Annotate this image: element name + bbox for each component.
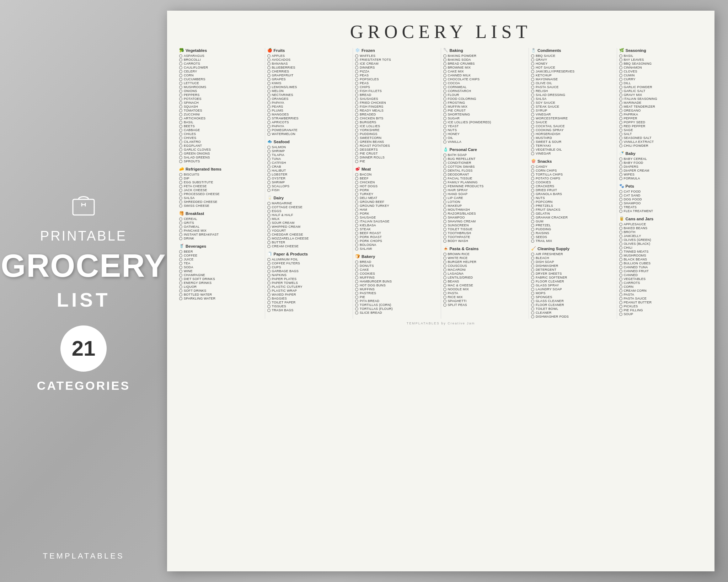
item-checkbox[interactable] <box>619 246 622 249</box>
list-item[interactable]: TOOTHBRUSH <box>443 231 527 235</box>
item-checkbox[interactable] <box>619 161 622 165</box>
item-checkbox[interactable] <box>619 113 622 116</box>
list-item[interactable]: BLACK BEANS <box>619 258 703 261</box>
item-checkbox[interactable] <box>443 200 446 204</box>
list-item[interactable]: COOKIES <box>531 180 615 184</box>
list-item[interactable]: RED PEPPER <box>619 124 703 128</box>
item-checkbox[interactable] <box>355 109 358 112</box>
list-item[interactable]: GLASS SPRAY <box>531 284 615 287</box>
list-item[interactable]: POMEGRANATE <box>267 128 351 132</box>
list-item[interactable]: BABY CEREAL <box>619 157 703 161</box>
list-item[interactable]: RICE MIX <box>443 295 527 299</box>
list-item[interactable]: SPINACH <box>179 101 263 104</box>
list-item[interactable]: LETTUCE <box>179 81 263 85</box>
list-item[interactable]: BEEF <box>355 177 439 180</box>
list-item[interactable]: CUMIN <box>619 74 703 77</box>
list-item[interactable]: KIWIS <box>267 81 351 85</box>
item-checkbox[interactable] <box>355 152 358 155</box>
list-item[interactable]: BLEACH <box>531 256 615 260</box>
list-item[interactable]: PAPER TOWELS <box>267 281 351 285</box>
item-checkbox[interactable] <box>619 262 622 265</box>
list-item[interactable]: COOKIES <box>355 272 439 275</box>
list-item[interactable]: GLASS CLEANER <box>531 299 615 303</box>
item-checkbox[interactable] <box>267 173 271 176</box>
item-checkbox[interactable] <box>531 303 534 307</box>
item-checkbox[interactable] <box>267 54 271 58</box>
item-checkbox[interactable] <box>179 86 182 89</box>
list-item[interactable]: CHERRIES <box>267 70 351 73</box>
list-item[interactable]: OATMEAL <box>179 225 263 228</box>
list-item[interactable]: SHORTENING <box>443 113 527 116</box>
item-checkbox[interactable] <box>531 257 534 260</box>
list-item[interactable]: FLOUR <box>443 93 527 97</box>
item-checkbox[interactable] <box>267 189 271 192</box>
item-checkbox[interactable] <box>267 270 271 273</box>
item-checkbox[interactable] <box>179 225 182 228</box>
item-checkbox[interactable] <box>179 200 182 204</box>
list-item[interactable]: BISCUITS <box>179 173 263 176</box>
item-checkbox[interactable] <box>443 169 446 172</box>
item-checkbox[interactable] <box>267 146 271 149</box>
item-checkbox[interactable] <box>355 173 358 176</box>
list-item[interactable]: CORNSTARCH <box>443 89 527 93</box>
item-checkbox[interactable] <box>355 185 358 188</box>
item-checkbox[interactable] <box>355 78 358 81</box>
item-checkbox[interactable] <box>619 285 622 289</box>
item-checkbox[interactable] <box>355 260 358 264</box>
list-item[interactable]: PUDDINGS <box>355 132 439 136</box>
list-item[interactable]: PORK ROAST <box>355 235 439 239</box>
item-checkbox[interactable] <box>531 220 534 223</box>
list-item[interactable]: DIP <box>179 177 263 180</box>
item-checkbox[interactable] <box>355 288 358 291</box>
list-item[interactable]: SODA <box>179 265 263 269</box>
list-item[interactable]: SHAMPOO <box>619 201 703 205</box>
list-item[interactable]: NECTARINES <box>267 93 351 97</box>
list-item[interactable]: KIELBASA <box>355 223 439 227</box>
list-item[interactable]: BABY FOOD <box>619 161 703 165</box>
item-checkbox[interactable] <box>267 277 271 281</box>
list-item[interactable]: PICKLES <box>619 305 703 308</box>
list-item[interactable]: BEETS <box>179 124 263 128</box>
item-checkbox[interactable] <box>531 78 534 81</box>
item-checkbox[interactable] <box>179 266 182 269</box>
item-checkbox[interactable] <box>443 185 446 188</box>
item-checkbox[interactable] <box>443 133 446 136</box>
item-checkbox[interactable] <box>531 228 534 231</box>
item-checkbox[interactable] <box>531 117 534 120</box>
list-item[interactable]: BROCOLLI <box>179 58 263 61</box>
list-item[interactable]: CONDITIONER <box>443 161 527 165</box>
list-item[interactable]: JUICE <box>179 258 263 261</box>
item-checkbox[interactable] <box>531 165 534 168</box>
list-item[interactable]: ALUMINUM FOIL <box>267 258 351 261</box>
item-checkbox[interactable] <box>267 62 271 65</box>
item-checkbox[interactable] <box>355 160 358 163</box>
list-item[interactable]: DELI MEAT <box>355 196 439 200</box>
list-item[interactable]: PAPAYA <box>267 101 351 104</box>
list-item[interactable]: CHOCOLATE CHIPS <box>443 77 527 81</box>
item-checkbox[interactable] <box>267 225 271 228</box>
item-checkbox[interactable] <box>619 206 622 209</box>
list-item[interactable]: HOT SAUCE <box>531 66 615 69</box>
list-item[interactable]: GARLIC SALT <box>619 89 703 93</box>
list-item[interactable]: APPLESAUCE <box>619 222 703 226</box>
list-item[interactable]: DRYER SHEETS <box>531 272 615 275</box>
item-checkbox[interactable] <box>619 250 622 253</box>
list-item[interactable]: DISH SOAP <box>531 260 615 264</box>
item-checkbox[interactable] <box>443 173 446 176</box>
item-checkbox[interactable] <box>443 181 446 184</box>
list-item[interactable]: EGG SUBSTITUTE <box>179 180 263 184</box>
item-checkbox[interactable] <box>443 54 446 58</box>
item-checkbox[interactable] <box>267 177 271 180</box>
item-checkbox[interactable] <box>443 93 446 97</box>
item-checkbox[interactable] <box>619 109 622 112</box>
item-checkbox[interactable] <box>179 140 182 144</box>
item-checkbox[interactable] <box>267 125 271 128</box>
item-checkbox[interactable] <box>619 238 622 242</box>
list-item[interactable]: COCKTAIL SAUCE <box>531 124 615 128</box>
list-item[interactable]: DIAPERS <box>619 165 703 168</box>
list-item[interactable]: PANCAKE MIX <box>179 229 263 232</box>
list-item[interactable]: NUTS <box>531 196 615 200</box>
item-checkbox[interactable] <box>443 216 446 219</box>
list-item[interactable]: BROTH <box>619 230 703 234</box>
list-item[interactable]: ONIONS <box>179 89 263 93</box>
